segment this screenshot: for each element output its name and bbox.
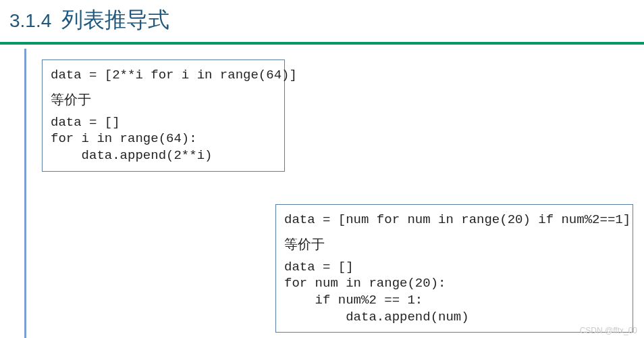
left-divider: [24, 49, 26, 338]
section-title: 列表推导式: [61, 7, 169, 32]
equivalent-label: 等价于: [284, 235, 624, 254]
equivalent-label: 等价于: [51, 91, 276, 109]
code-line: data = []: [51, 114, 276, 131]
code-box-1: data = [2**i for i in range(64)] 等价于 dat…: [42, 59, 285, 172]
section-number: 3.1.4: [9, 10, 51, 31]
code-line: for num in range(20):: [284, 275, 624, 292]
code-line: if num%2 == 1:: [284, 292, 624, 309]
code-line: for i in range(64):: [51, 130, 276, 147]
watermark: CSDN @fftx_00: [580, 326, 637, 335]
code-line: data = []: [284, 259, 624, 276]
code-box-2: data = [num for num in range(20) if num%…: [275, 204, 633, 333]
code-line: data.append(2**i): [51, 147, 276, 164]
code-line: data = [num for num in range(20) if num%…: [284, 212, 624, 228]
code-line: data.append(num): [284, 309, 624, 326]
slide-header: 3.1.4 列表推导式: [0, 0, 644, 45]
code-line: data = [2**i for i in range(64)]: [51, 67, 276, 84]
